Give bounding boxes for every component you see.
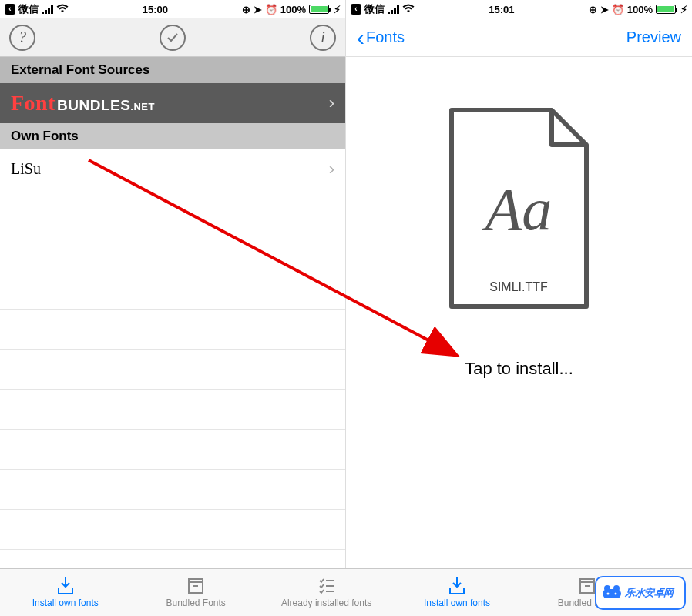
download-icon — [446, 577, 468, 595]
svg-point-6 — [604, 585, 610, 591]
lock-icon: ⊕ — [589, 4, 597, 15]
carrier-label: 微信 — [18, 2, 39, 16]
svg-rect-2 — [580, 582, 594, 593]
status-left: ‹ 微信 — [5, 2, 69, 16]
status-time: 15:00 — [143, 4, 168, 15]
file-name-text: SIMLI.TTF — [489, 280, 548, 293]
screen-right: ‹ 微信 15:01 ⊕ ➤ ⏰ 100% ⚡︎ ‹ Fonts — [346, 0, 692, 616]
signal-icon — [388, 5, 399, 14]
wechat-icon: ‹ — [351, 4, 361, 15]
status-time: 15:01 — [489, 4, 514, 15]
svg-point-9 — [615, 593, 617, 595]
chevron-left-icon: ‹ — [357, 26, 364, 49]
location-icon: ➤ — [254, 4, 262, 15]
wifi-icon — [56, 4, 69, 15]
svg-point-8 — [607, 593, 610, 595]
file-preview-area[interactable]: Aa SIMLI.TTF Tap to install... — [346, 57, 692, 616]
section-external: External Font Sources — [0, 57, 345, 83]
screen-left: ‹ 微信 15:00 ⊕ ➤ ⏰ 100% ⚡︎ ? i — [0, 0, 346, 616]
toolbar: ? i — [0, 18, 345, 57]
battery-percent: 100% — [627, 4, 653, 15]
empty-row — [0, 310, 345, 350]
status-left: ‹ 微信 — [351, 2, 415, 16]
empty-row — [0, 189, 345, 229]
status-bar: ‹ 微信 15:00 ⊕ ➤ ⏰ 100% ⚡︎ — [0, 0, 345, 18]
fontbundles-logo: Font BUNDLES .NET — [11, 91, 155, 116]
list-check-icon — [316, 577, 338, 595]
svg-rect-1 — [189, 582, 203, 593]
empty-row — [0, 270, 345, 310]
tab-bundled[interactable]: Bundled Fonts — [130, 569, 260, 616]
empty-row — [0, 350, 345, 390]
box-icon — [185, 577, 207, 595]
download-icon — [55, 577, 76, 595]
tab-install-own[interactable]: Install own fonts — [0, 569, 130, 616]
empty-row — [0, 430, 345, 470]
help-button[interactable]: ? — [9, 25, 35, 51]
svg-point-7 — [613, 585, 620, 591]
chevron-right-icon: › — [329, 93, 334, 113]
empty-row — [0, 390, 345, 430]
empty-row — [0, 510, 345, 550]
carrier-label: 微信 — [364, 2, 385, 16]
battery-icon — [309, 5, 331, 14]
font-name-label: LiSu — [11, 160, 41, 178]
font-row-lisu[interactable]: LiSu › — [0, 149, 345, 189]
alarm-icon: ⏰ — [265, 4, 277, 15]
info-button[interactable]: i — [310, 25, 336, 51]
watermark-text: 乐水安卓网 — [625, 586, 674, 600]
gamepad-icon — [601, 582, 623, 604]
back-button[interactable]: ‹ Fonts — [357, 26, 405, 49]
empty-row — [0, 470, 345, 510]
svg-text:Aa: Aa — [482, 176, 553, 243]
status-right: ⊕ ➤ ⏰ 100% ⚡︎ — [589, 4, 687, 15]
lock-icon: ⊕ — [242, 4, 250, 15]
wifi-icon — [402, 4, 415, 15]
file-icon: Aa SIMLI.TTF — [444, 106, 594, 313]
navbar: ‹ Fonts Preview — [346, 18, 692, 57]
battery-percent: 100% — [280, 4, 306, 15]
signal-icon — [42, 5, 53, 14]
tab-already-installed[interactable]: Already installed fonts — [261, 569, 391, 616]
section-own: Own Fonts — [0, 123, 345, 149]
empty-row — [0, 229, 345, 270]
tab-bar: Install own fonts Bundled Fonts Already … — [0, 568, 692, 616]
charging-icon: ⚡︎ — [334, 4, 341, 15]
location-icon: ➤ — [600, 4, 609, 15]
back-label: Fonts — [366, 28, 405, 46]
wechat-icon: ‹ — [5, 4, 15, 15]
status-bar: ‹ 微信 15:01 ⊕ ➤ ⏰ 100% ⚡︎ — [346, 0, 692, 18]
preview-button[interactable]: Preview — [626, 28, 681, 46]
fontbundles-row[interactable]: Font BUNDLES .NET › — [0, 83, 345, 123]
chevron-right-icon: › — [329, 159, 334, 179]
tap-to-install[interactable]: Tap to install... — [465, 359, 573, 379]
alarm-icon: ⏰ — [612, 4, 624, 15]
check-button[interactable] — [160, 25, 186, 51]
status-right: ⊕ ➤ ⏰ 100% ⚡︎ — [242, 4, 341, 15]
charging-icon: ⚡︎ — [680, 4, 687, 15]
battery-icon — [656, 5, 677, 14]
tab-install-own-2[interactable]: Install own fonts — [391, 569, 522, 616]
site-watermark: 乐水安卓网 — [595, 576, 686, 610]
